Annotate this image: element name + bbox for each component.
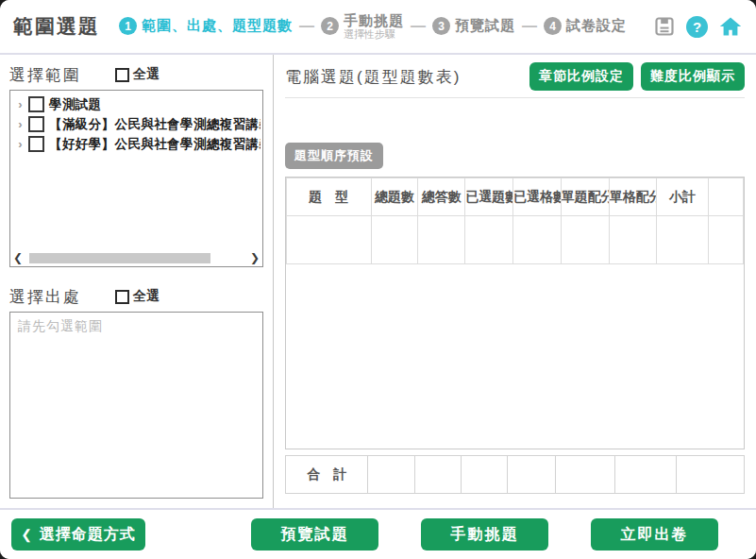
cell-total-questions xyxy=(371,216,418,264)
source-select-all-label: 全選 xyxy=(133,288,160,305)
preview-questions-button[interactable]: 預覽試題 xyxy=(251,518,378,551)
left-panel: 選擇範圍 全選 › 學測試題 › 【滿級分】公民與社會學測總複習講義 實 xyxy=(0,55,274,508)
totals-cell xyxy=(368,456,415,494)
step-1-number: 1 xyxy=(119,17,137,35)
footer-bar: ❮ 選擇命題方式 預覽試題 手動挑題 立即出卷 xyxy=(0,508,756,559)
horizontal-scrollbar: ❮ ❯ xyxy=(11,251,261,265)
quiz-builder-window: 範圍選題 1 範圍、出處、題型題數 — 2 手動挑題 選擇性步驟 — 3 預覽試… xyxy=(0,0,756,559)
chevron-right-icon[interactable]: › xyxy=(14,118,26,130)
home-icon[interactable] xyxy=(718,15,743,38)
tree-item: › 學測試題 xyxy=(14,94,260,114)
cell-empty xyxy=(708,216,743,264)
totals-label: 合 計 xyxy=(286,456,368,494)
main-content: 選擇範圍 全選 › 學測試題 › 【滿級分】公民與社會學測總複習講義 實 xyxy=(0,55,756,508)
app-header: 範圍選題 1 範圍、出處、題型題數 — 2 手動挑題 選擇性步驟 — 3 預覽試… xyxy=(0,0,756,55)
chevron-left-icon: ❮ xyxy=(21,527,33,542)
cell-total-answers xyxy=(418,216,465,264)
scrollbar-track[interactable] xyxy=(25,253,248,263)
checkbox-icon xyxy=(115,290,129,304)
col-subtotal: 小計 xyxy=(657,178,708,216)
difficulty-ratio-button[interactable]: 難度比例顯示 xyxy=(641,62,745,91)
step-4-number: 4 xyxy=(544,17,562,35)
step-3-label: 預覽試題 xyxy=(455,17,515,35)
tree-checkbox[interactable] xyxy=(28,96,44,112)
col-points-per-blank: 單格配分 xyxy=(609,178,657,216)
range-tree: › 學測試題 › 【滿級分】公民與社會學測總複習講義 實 › 【好好學】公民與社… xyxy=(9,90,263,267)
question-type-table: 題 型 總題數 總答數 已選題數 已選格數 單題配分 單格配分 小計 xyxy=(286,178,744,264)
manual-pick-button[interactable]: 手動挑題 xyxy=(421,518,548,551)
step-2-sublabel: 選擇性步驟 xyxy=(344,28,404,41)
col-points-per-question: 單題配分 xyxy=(561,178,609,216)
range-select-all-checkbox[interactable]: 全選 xyxy=(115,66,160,83)
range-section-title: 選擇範圍 xyxy=(9,64,81,86)
computer-selection-title: 電腦選題(題型題數表) xyxy=(285,66,461,88)
generate-paper-button[interactable]: 立即出卷 xyxy=(591,518,718,551)
tree-item-label: 學測試題 xyxy=(49,96,102,113)
totals-cell xyxy=(614,456,676,494)
chevron-right-icon[interactable]: › xyxy=(14,98,26,110)
cell-selected-questions xyxy=(465,216,513,264)
range-select-all-label: 全選 xyxy=(133,66,160,83)
step-separator: — xyxy=(299,18,314,35)
col-total-questions: 總題數 xyxy=(371,178,418,216)
right-panel: 電腦選題(題型題數表) 章節比例設定 難度比例顯示 題型順序預設 xyxy=(274,55,756,508)
chevron-right-icon[interactable]: › xyxy=(14,138,26,150)
col-selected-questions: 已選題數 xyxy=(465,178,513,216)
scroll-right-icon[interactable]: ❯ xyxy=(248,252,261,264)
source-placeholder: 請先勾選範圍 xyxy=(18,318,255,335)
step-2-manual-pick[interactable]: 2 手動挑題 選擇性步驟 xyxy=(321,12,404,41)
col-selected-blanks: 已選格數 xyxy=(513,178,562,216)
step-4-label: 試卷設定 xyxy=(566,17,627,35)
scroll-left-icon[interactable]: ❮ xyxy=(11,252,25,264)
help-icon[interactable]: ? xyxy=(686,16,708,38)
question-order-preset-badge[interactable]: 題型順序預設 xyxy=(285,143,383,169)
source-section-title: 選擇出處 xyxy=(9,286,81,308)
checkbox-icon xyxy=(115,68,129,82)
section-divider xyxy=(285,97,745,98)
cell-selected-blanks xyxy=(513,216,562,264)
header-icons: ? xyxy=(653,15,743,38)
cell-points-per-question xyxy=(561,216,609,264)
tree-item-label: 【好好學】公民與社會學測總複習講義 實 xyxy=(49,136,260,153)
back-to-method-button[interactable]: ❮ 選擇命題方式 xyxy=(11,518,145,551)
help-glyph: ? xyxy=(693,19,701,35)
totals-row: 合 計 xyxy=(286,456,745,494)
back-button-label: 選擇命題方式 xyxy=(40,525,136,545)
page-title: 範圍選題 xyxy=(13,13,100,40)
save-icon[interactable] xyxy=(653,15,676,38)
scrollbar-thumb[interactable] xyxy=(29,253,210,263)
step-1-range[interactable]: 1 範圍、出處、題型題數 xyxy=(119,17,293,35)
step-separator: — xyxy=(522,18,537,35)
totals-cell xyxy=(555,456,614,494)
tree-item: › 【滿級分】公民與社會學測總複習講義 實 xyxy=(14,114,260,134)
tree-checkbox[interactable] xyxy=(28,136,44,152)
source-select-all-checkbox[interactable]: 全選 xyxy=(115,288,160,305)
step-3-preview[interactable]: 3 預覽試題 xyxy=(432,17,515,35)
step-1-label: 範圍、出處、題型題數 xyxy=(142,17,293,35)
table-row xyxy=(287,216,744,264)
totals-cell xyxy=(415,456,462,494)
tree-item-label: 【滿級分】公民與社會學測總複習講義 實 xyxy=(49,116,260,133)
tree-item: › 【好好學】公民與社會學測總複習講義 實 xyxy=(14,134,260,154)
source-list: 請先勾選範圍 xyxy=(9,312,263,499)
table-header-row: 題 型 總題數 總答數 已選題數 已選格數 單題配分 單格配分 小計 xyxy=(287,178,744,216)
step-2-label: 手動挑題 xyxy=(344,12,404,28)
totals-cell xyxy=(677,456,745,494)
step-3-number: 3 xyxy=(432,17,450,35)
col-empty xyxy=(708,178,743,216)
totals-cell xyxy=(508,456,556,494)
question-type-table-panel: 題 型 總題數 總答數 已選題數 已選格數 單題配分 單格配分 小計 xyxy=(285,177,745,449)
chapter-ratio-button[interactable]: 章節比例設定 xyxy=(529,62,633,91)
cell-points-per-blank xyxy=(609,216,657,264)
col-question-type: 題 型 xyxy=(287,178,372,216)
totals-cell xyxy=(461,456,508,494)
step-4-paper-settings[interactable]: 4 試卷設定 xyxy=(544,17,627,35)
cell-question-type xyxy=(287,216,372,264)
col-total-answers: 總答數 xyxy=(418,178,465,216)
step-2-number: 2 xyxy=(321,17,339,35)
wizard-stepper: 1 範圍、出處、題型題數 — 2 手動挑題 選擇性步驟 — 3 預覽試題 — 4… xyxy=(119,12,644,41)
cell-subtotal xyxy=(657,216,708,264)
totals-table: 合 計 xyxy=(285,455,745,494)
tree-checkbox[interactable] xyxy=(28,116,44,132)
step-separator: — xyxy=(411,18,426,35)
